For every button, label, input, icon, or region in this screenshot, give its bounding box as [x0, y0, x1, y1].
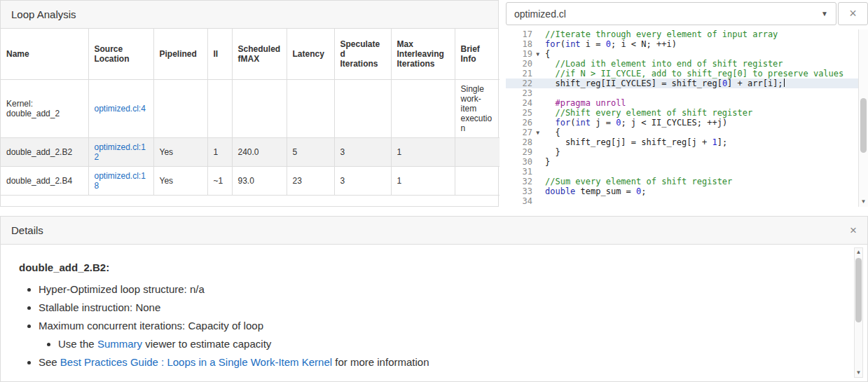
- details-body: double_add_2.B2: Hyper-Optimized loop st…: [1, 245, 867, 382]
- table-cell: [153, 79, 207, 137]
- code-text: {: [545, 49, 550, 59]
- loop-analysis-panel: Loop Analysis NameSource LocationPipelin…: [0, 0, 499, 207]
- column-header: Latency: [287, 29, 334, 79]
- column-header: Max Interleaving Iterations: [391, 29, 455, 79]
- code-line[interactable]: 30}: [506, 157, 858, 167]
- source-location-link[interactable]: optimized.cl:18: [95, 171, 146, 191]
- code-text: //Iterate through every element of input…: [545, 29, 778, 39]
- code-line[interactable]: 33double temp_sum = 0;: [506, 186, 858, 196]
- code-line[interactable]: 20 //Load ith element into end of shift …: [506, 59, 858, 69]
- table-cell: 3: [334, 137, 391, 166]
- details-sub-list: Use the Summary viewer to estimate capac…: [39, 338, 849, 350]
- code-line[interactable]: 31: [506, 167, 858, 177]
- table-cell: [334, 79, 391, 137]
- line-number: 27▼: [506, 128, 539, 137]
- line-number: 25: [506, 108, 539, 118]
- code-line[interactable]: 23: [506, 88, 858, 98]
- table-cell: double_add_2.B2: [1, 137, 88, 166]
- table-cell: 23: [287, 166, 334, 195]
- code-line[interactable]: 29 }: [506, 147, 858, 157]
- table-cell: Kernel: double_add_2: [1, 79, 88, 137]
- code-text: #pragma unroll: [545, 98, 626, 108]
- code-line[interactable]: 32//Sum every element of shift register: [506, 177, 858, 186]
- table-cell: [207, 79, 232, 137]
- code-text: }: [545, 157, 550, 167]
- line-number: 26: [506, 118, 539, 128]
- details-title: Details: [11, 224, 43, 236]
- code-scrollbar-thumb[interactable]: [860, 98, 867, 153]
- code-text: {: [545, 128, 560, 137]
- scroll-down-icon[interactable]: ▼: [855, 369, 862, 376]
- code-line[interactable]: 24 #pragma unroll: [506, 98, 858, 108]
- table-cell: 93.0: [232, 166, 287, 195]
- table-cell[interactable]: optimized.cl:18: [88, 166, 153, 195]
- details-bullet-list: Hyper-Optimized loop structure: n/aStall…: [19, 283, 849, 369]
- code-line[interactable]: 21 //if N > II_CYCLE, add to shift_reg[0…: [506, 69, 858, 79]
- code-text: for(int j = 0; j < II_CYCLES; ++j): [545, 118, 727, 128]
- code-line[interactable]: 19▼{: [506, 49, 858, 59]
- code-line[interactable]: 27▼ {: [506, 128, 858, 137]
- source-location-link[interactable]: optimized.cl:4: [95, 104, 146, 114]
- line-number: 29: [506, 147, 539, 157]
- table-cell[interactable]: optimized.cl:4: [88, 79, 153, 137]
- table-cell: [455, 166, 500, 195]
- table-cell: [287, 79, 334, 137]
- code-line[interactable]: 25 //Shift every element of shift regist…: [506, 108, 858, 118]
- details-heading: double_add_2.B2:: [19, 261, 849, 273]
- column-header: Name: [1, 29, 88, 79]
- table-cell: 240.0: [232, 137, 287, 166]
- code-text: double temp_sum = 0;: [545, 186, 647, 196]
- file-selector-dropdown[interactable]: optimized.cl ▼: [506, 2, 836, 25]
- details-scrollbar[interactable]: ▲ ▼: [854, 247, 863, 378]
- source-location-link[interactable]: optimized.cl:12: [95, 142, 146, 162]
- line-number: 28: [506, 137, 539, 147]
- table-cell: 3: [334, 166, 391, 195]
- table-cell: [232, 79, 287, 137]
- code-text: //Load ith element into end of shift reg…: [545, 59, 783, 69]
- table-cell: 5: [287, 137, 334, 166]
- column-header: Brief Info: [455, 29, 500, 79]
- code-panel-close-button[interactable]: ×: [838, 2, 868, 25]
- table-cell: Yes: [153, 166, 207, 195]
- fold-icon[interactable]: ▼: [536, 128, 539, 138]
- table-cell: double_add_2.B4: [1, 166, 88, 195]
- column-header: Scheduled fMAX: [232, 29, 287, 79]
- table-row[interactable]: double_add_2.B4optimized.cl:18Yes~193.02…: [1, 166, 500, 195]
- line-number: 32: [506, 177, 539, 186]
- table-cell[interactable]: optimized.cl:12: [88, 137, 153, 166]
- table-cell: 1: [391, 137, 455, 166]
- details-bullet: Use the Summary viewer to estimate capac…: [58, 338, 849, 350]
- scroll-up-icon[interactable]: ▲: [855, 249, 862, 256]
- code-line[interactable]: 34: [506, 196, 858, 206]
- details-close-button[interactable]: ×: [850, 224, 857, 238]
- code-text: shift_reg[II_CYCLES] = shift_reg[0] + ar…: [545, 79, 785, 88]
- code-text: //Shift every element of shift register: [545, 108, 752, 118]
- column-header: II: [207, 29, 232, 79]
- table-cell: [391, 79, 455, 137]
- code-editor[interactable]: 17//Iterate through every element of inp…: [506, 29, 858, 207]
- loop-analysis-header: Loop Analysis: [1, 1, 498, 29]
- line-number: 30: [506, 157, 539, 167]
- code-line[interactable]: 26 for(int j = 0; j < II_CYCLES; ++j): [506, 118, 858, 128]
- table-cell: ~1: [207, 166, 232, 195]
- table-cell: Single work-item execution: [455, 79, 500, 137]
- details-link[interactable]: Summary: [97, 338, 142, 350]
- code-line[interactable]: 28 shift_reg[j] = shift_reg[j + 1];: [506, 137, 858, 147]
- code-text: //if N > II_CYCLE, add to shift_reg[0] t…: [545, 69, 843, 79]
- table-row[interactable]: Kernel: double_add_2optimized.cl:4Single…: [1, 79, 500, 137]
- fold-icon[interactable]: ▼: [536, 50, 539, 60]
- table-row[interactable]: double_add_2.B2optimized.cl:12Yes1240.05…: [1, 137, 500, 166]
- code-scrollbar[interactable]: ▼: [858, 29, 868, 207]
- code-line[interactable]: 18for(int i = 0; i < N; ++i): [506, 39, 858, 49]
- code-line[interactable]: 17//Iterate through every element of inp…: [506, 29, 858, 39]
- line-number: 18: [506, 39, 539, 49]
- details-scrollbar-thumb[interactable]: [855, 258, 862, 322]
- details-panel: Details × double_add_2.B2: Hyper-Optimiz…: [0, 216, 868, 382]
- scroll-down-icon[interactable]: ▼: [859, 198, 868, 205]
- line-number: 34: [506, 196, 539, 206]
- code-text: //Sum every element of shift register: [545, 177, 732, 186]
- details-header: Details ×: [1, 217, 867, 245]
- code-line[interactable]: 22 shift_reg[II_CYCLES] = shift_reg[0] +…: [506, 79, 858, 88]
- details-link[interactable]: Best Practices Guide : Loops in a Single…: [60, 356, 332, 368]
- line-number: 24: [506, 98, 539, 108]
